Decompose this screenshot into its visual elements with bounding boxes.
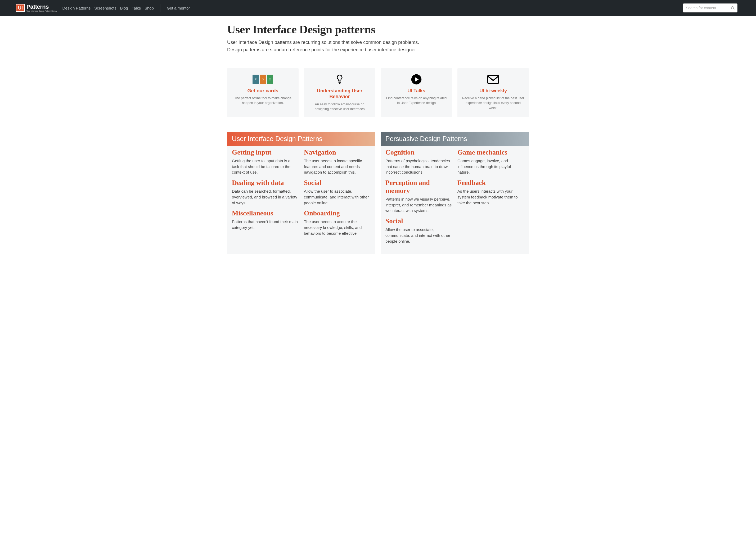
search-button[interactable] bbox=[728, 3, 738, 12]
svg-point-3 bbox=[262, 79, 264, 80]
site-header: UI Patterns User Interface Design Patter… bbox=[0, 0, 756, 16]
category-title: Dealing with data bbox=[232, 179, 298, 187]
category-perception-memory[interactable]: Perception and memory Patterns in how we… bbox=[385, 179, 452, 214]
promo-title: Get our cards bbox=[231, 88, 295, 94]
category-desc: The user needs to acquire the necessary … bbox=[304, 219, 371, 236]
nav-design-patterns[interactable]: Design Patterns bbox=[62, 6, 91, 10]
nav-get-mentor[interactable]: Get a mentor bbox=[167, 6, 190, 10]
promo-row: Get our cards The perfect offline tool t… bbox=[227, 68, 529, 117]
category-title: Miscellaneous bbox=[232, 209, 298, 217]
category-miscellaneous[interactable]: Miscellaneous Patterns that haven't foun… bbox=[232, 209, 298, 230]
promo-cards[interactable]: Get our cards The perfect offline tool t… bbox=[227, 68, 298, 117]
mail-icon bbox=[461, 73, 525, 86]
category-desc: Data can be searched, formatted, overvie… bbox=[232, 188, 298, 205]
play-icon bbox=[384, 73, 449, 86]
category-title: Social bbox=[385, 217, 452, 225]
category-title: Game mechanics bbox=[458, 148, 524, 156]
category-desc: Patterns that haven't found their main c… bbox=[232, 219, 298, 231]
svg-line-1 bbox=[734, 9, 734, 10]
svg-point-2 bbox=[255, 78, 256, 80]
logo-text: Patterns bbox=[26, 4, 57, 10]
category-title: Cognition bbox=[385, 148, 452, 156]
category-onboarding[interactable]: Onboarding The user needs to acquire the… bbox=[304, 209, 371, 236]
promo-talks[interactable]: UI Talks Find conference talks on anythi… bbox=[381, 68, 452, 117]
category-getting-input[interactable]: Getting input Getting the user to input … bbox=[232, 148, 298, 175]
promo-title: Understanding User Behavior bbox=[307, 88, 372, 100]
bulb-icon bbox=[307, 73, 372, 86]
svg-rect-6 bbox=[488, 76, 499, 83]
sections-row: User Interface Design Patterns Getting i… bbox=[227, 132, 529, 254]
category-desc: As the users interacts with your system … bbox=[458, 188, 524, 205]
category-desc: Allow the user to associate, communicate… bbox=[385, 227, 452, 244]
nav-talks[interactable]: Talks bbox=[132, 6, 141, 10]
category-title: Getting input bbox=[232, 148, 298, 156]
logo[interactable]: UI Patterns User Interface Design Patter… bbox=[16, 4, 57, 12]
primary-nav: Design Patterns Screenshots Blog Talks S… bbox=[62, 4, 190, 12]
category-title: Social bbox=[304, 179, 371, 187]
svg-rect-4 bbox=[269, 79, 271, 80]
section-header: Persuasive Design Patterns bbox=[381, 132, 529, 146]
section-persuasive-patterns: Persuasive Design Patterns Cognition Pat… bbox=[381, 132, 529, 254]
nav-screenshots[interactable]: Screenshots bbox=[94, 6, 116, 10]
section-header: User Interface Design Patterns bbox=[227, 132, 375, 146]
promo-desc: The perfect offline tool to make change … bbox=[231, 96, 295, 105]
promo-desc: Receive a hand picked list of the best u… bbox=[461, 96, 525, 110]
logo-badge: UI bbox=[16, 4, 25, 12]
category-desc: Allow the user to associate, communicate… bbox=[304, 188, 371, 205]
category-desc: The user needs to locate specific featur… bbox=[304, 158, 371, 175]
page-title: User Interface Design patterns bbox=[227, 23, 529, 36]
section-ui-patterns: User Interface Design Patterns Getting i… bbox=[227, 132, 375, 254]
promo-title: UI Talks bbox=[384, 88, 449, 94]
logo-subtitle: User Interface Design Pattern Library bbox=[26, 10, 57, 12]
category-feedback[interactable]: Feedback As the users interacts with you… bbox=[458, 179, 524, 205]
category-desc: Games engage, involve, and influence us … bbox=[458, 158, 524, 175]
category-desc: Patterns of psychological tendencies tha… bbox=[385, 158, 452, 175]
category-cognition[interactable]: Cognition Patterns of psychological tend… bbox=[385, 148, 452, 175]
search-input[interactable] bbox=[683, 3, 728, 12]
promo-desc: Find conference talks on anything relate… bbox=[384, 96, 449, 105]
promo-behavior[interactable]: Understanding User Behavior An easy to f… bbox=[304, 68, 375, 117]
category-title: Onboarding bbox=[304, 209, 371, 217]
main-content: User Interface Design patterns User Inte… bbox=[223, 23, 533, 254]
nav-shop[interactable]: Shop bbox=[144, 6, 154, 10]
promo-desc: An easy to follow email-course on design… bbox=[307, 102, 372, 111]
category-desc: Patterns in how we visually perceive, in… bbox=[385, 196, 452, 214]
category-title: Perception and memory bbox=[385, 179, 452, 195]
category-title: Feedback bbox=[458, 179, 524, 187]
nav-blog[interactable]: Blog bbox=[120, 6, 128, 10]
page-intro: User Interface Design patterns are recur… bbox=[227, 39, 428, 54]
search-icon bbox=[731, 6, 735, 10]
promo-biweekly[interactable]: UI bi-weekly Receive a hand picked list … bbox=[458, 68, 529, 117]
category-title: Navigation bbox=[304, 148, 371, 156]
cards-icon bbox=[231, 73, 295, 86]
nav-separator bbox=[160, 4, 160, 12]
category-social[interactable]: Social Allow the user to associate, comm… bbox=[304, 179, 371, 205]
category-social-persuasive[interactable]: Social Allow the user to associate, comm… bbox=[385, 217, 452, 244]
category-dealing-with-data[interactable]: Dealing with data Data can be searched, … bbox=[232, 179, 298, 205]
search-form bbox=[683, 3, 738, 12]
promo-title: UI bi-weekly bbox=[461, 88, 525, 94]
category-desc: Getting the user to input data is a task… bbox=[232, 158, 298, 175]
category-game-mechanics[interactable]: Game mechanics Games engage, involve, an… bbox=[458, 148, 524, 175]
svg-point-0 bbox=[731, 7, 734, 9]
category-navigation[interactable]: Navigation The user needs to locate spec… bbox=[304, 148, 371, 175]
